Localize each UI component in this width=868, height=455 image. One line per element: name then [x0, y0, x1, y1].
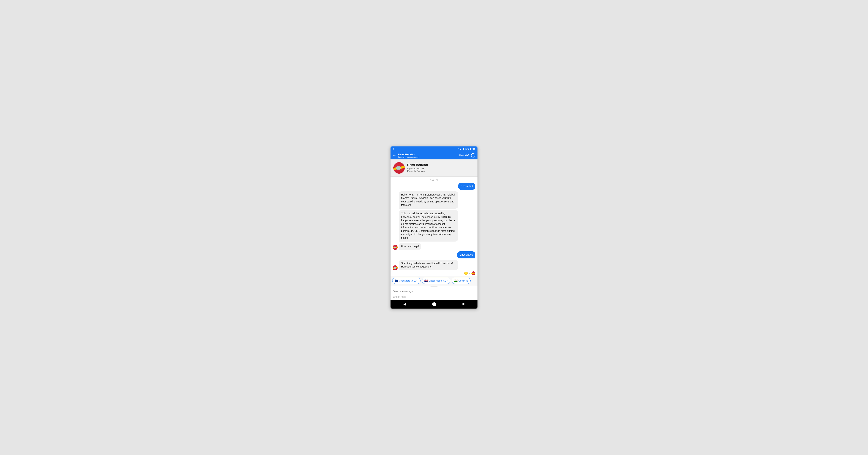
- input-area: [391, 288, 477, 295]
- reaction-row: 🙂 +: [391, 272, 477, 276]
- message-row-bot-3: How can I help?: [391, 243, 477, 250]
- gbp-label: Check rate to GBP: [429, 279, 448, 282]
- message-row-user-2: Check rates: [391, 251, 477, 259]
- status-left: ▣: [393, 148, 395, 150]
- header-bot-name: Remi BetaBot: [398, 153, 458, 156]
- input-suggestion[interactable]: Check rates: [391, 295, 477, 300]
- bot-avatar-small-1: [393, 245, 398, 250]
- emoji-button[interactable]: 🙂: [464, 272, 468, 275]
- eur-flag: 🇪🇺: [395, 279, 398, 282]
- lte-icon: LTE: [465, 148, 469, 150]
- check-rates-bubble[interactable]: Check rates: [457, 251, 475, 258]
- profile-section: Remi BetaBot 0 people like this Financia…: [391, 160, 477, 177]
- nav-home-button[interactable]: ⬤: [432, 302, 436, 306]
- get-started-bubble[interactable]: Get started: [458, 183, 475, 190]
- eur-label: Check rate to EUR: [399, 279, 418, 282]
- manage-button[interactable]: MANAGE: [459, 154, 469, 157]
- status-right: ⋅ ▲ ⏰ LTE ▮ 6:33: [458, 148, 475, 150]
- info-button[interactable]: i: [471, 153, 475, 158]
- nav-recents-button[interactable]: ■: [462, 302, 465, 306]
- bot-bubble-4: Sure thing! Which rate would you like to…: [399, 260, 458, 270]
- bot-bubble-3: How can I help?: [399, 243, 422, 250]
- avatar: [393, 162, 405, 174]
- quick-reply-gbp[interactable]: 🇬🇧 Check rate to GBP: [422, 278, 450, 284]
- bot-bubble-1: Hello Remi. I'm Remi BetaBot, your CIBC …: [399, 191, 458, 209]
- scroll-indicator: [430, 286, 438, 287]
- message-row-bot-2: This chat will be recorded and stored by…: [391, 210, 477, 242]
- bot-bubble-2: This chat will be recorded and stored by…: [399, 210, 458, 241]
- add-reaction-button[interactable]: +: [469, 272, 470, 275]
- nav-back-button[interactable]: ◀: [403, 302, 406, 306]
- message-row-bot-4: Sure thing! Which rate would you like to…: [391, 259, 477, 271]
- bot-avatar-small-2: [393, 265, 398, 270]
- profile-likes: 0 people like this: [407, 167, 428, 170]
- quick-replies-area: 🇪🇺 Check rate to EUR 🇬🇧 Check rate to GB…: [391, 276, 477, 286]
- profile-category: Financial Service: [407, 170, 428, 173]
- gbp-flag: 🇬🇧: [424, 279, 428, 282]
- message-row-bot-1: Hello Remi. I'm Remi BetaBot, your CIBC …: [391, 191, 477, 209]
- profile-text: Remi BetaBot 0 people like this Financia…: [407, 163, 428, 173]
- profile-bot-name: Remi BetaBot: [407, 163, 428, 167]
- message-row-user: Get started: [391, 182, 477, 190]
- alarm-icon: ⏰: [462, 148, 465, 150]
- info-icon: i: [473, 154, 473, 157]
- header-actions: MANAGE i: [459, 153, 475, 158]
- wifi-signal: ▲: [460, 148, 462, 150]
- nav-bar: ◀ ⬤ ■: [391, 300, 477, 309]
- inr-label: Check rat: [459, 279, 468, 282]
- header-info: Remi BetaBot Typically replies instantly: [398, 153, 458, 158]
- battery-icon: ▮: [470, 148, 471, 150]
- message-input[interactable]: [393, 290, 475, 293]
- status-icon: ▣: [393, 148, 395, 150]
- chat-area: 6:32 PM Get started Hello Remi. I'm Remi…: [391, 177, 477, 276]
- status-bar: ▣ ⋅ ▲ ⏰ LTE ▮ 6:33: [391, 146, 477, 151]
- inr-flag: 🇮🇳: [454, 279, 458, 282]
- quick-reply-eur[interactable]: 🇪🇺 Check rate to EUR: [392, 278, 421, 284]
- chat-header: ← Remi BetaBot Typically replies instant…: [391, 151, 477, 160]
- bot-reaction-avatar: [471, 272, 475, 275]
- time-display: 6:33: [471, 148, 475, 150]
- bluetooth-icon: ⋅: [458, 148, 459, 150]
- back-button[interactable]: ←: [393, 153, 396, 158]
- header-subtitle: Typically replies instantly: [398, 156, 458, 158]
- timestamp: 6:32 PM: [391, 177, 477, 182]
- phone-container: ▣ ⋅ ▲ ⏰ LTE ▮ 6:33 ← Remi BetaBot Typica…: [391, 146, 477, 309]
- quick-reply-inr[interactable]: 🇮🇳 Check rat: [452, 278, 471, 284]
